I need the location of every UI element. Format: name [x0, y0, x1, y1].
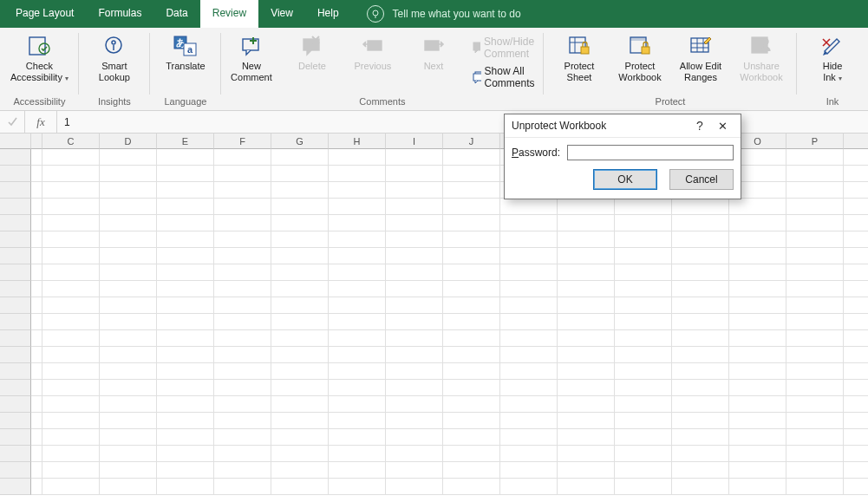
cell[interactable]	[786, 264, 844, 281]
cell[interactable]	[786, 149, 844, 166]
cell[interactable]	[729, 347, 786, 363]
cell[interactable]	[443, 231, 500, 248]
fx-button[interactable]: fx	[25, 111, 57, 133]
cell[interactable]	[329, 396, 386, 413]
row-header[interactable]	[0, 281, 31, 297]
cell[interactable]	[386, 199, 443, 215]
cell[interactable]	[42, 314, 100, 330]
cell[interactable]	[271, 446, 329, 462]
cell[interactable]	[672, 479, 729, 495]
cell[interactable]	[443, 479, 500, 495]
cell[interactable]	[100, 314, 157, 330]
cell[interactable]	[615, 314, 672, 330]
cell[interactable]	[615, 215, 672, 231]
cell[interactable]	[31, 199, 42, 215]
cell[interactable]	[729, 231, 786, 248]
cell[interactable]	[615, 396, 672, 413]
column-header[interactable]: F	[214, 134, 271, 149]
row-header[interactable]	[0, 297, 31, 314]
cell[interactable]	[329, 264, 386, 281]
cell[interactable]	[100, 413, 157, 429]
cell[interactable]	[42, 166, 100, 182]
cell[interactable]	[31, 347, 42, 363]
cell[interactable]	[100, 347, 157, 363]
cell[interactable]	[329, 347, 386, 363]
cell[interactable]	[786, 479, 844, 495]
cell[interactable]	[42, 380, 100, 396]
cell[interactable]	[31, 264, 42, 281]
row-header[interactable]	[0, 314, 31, 330]
row-header[interactable]	[0, 231, 31, 248]
column-header[interactable]: C	[42, 134, 100, 149]
cell[interactable]	[786, 330, 844, 347]
cell[interactable]	[100, 479, 157, 495]
cell[interactable]	[31, 314, 42, 330]
cell[interactable]	[42, 215, 100, 231]
cell[interactable]	[729, 363, 786, 380]
cell[interactable]	[100, 215, 157, 231]
cell[interactable]	[31, 166, 42, 182]
row-header[interactable]	[0, 149, 31, 166]
cell[interactable]	[386, 314, 443, 330]
cell[interactable]	[214, 199, 271, 215]
cell[interactable]	[786, 363, 844, 380]
cell[interactable]	[329, 182, 386, 199]
cell[interactable]	[214, 429, 271, 446]
cell[interactable]	[443, 182, 500, 199]
row-header[interactable]	[0, 199, 31, 215]
cell[interactable]	[100, 264, 157, 281]
cell[interactable]	[271, 231, 329, 248]
cell[interactable]	[558, 380, 615, 396]
cell[interactable]	[386, 429, 443, 446]
cell[interactable]	[500, 248, 558, 264]
cell[interactable]	[100, 446, 157, 462]
cell[interactable]	[42, 264, 100, 281]
cell[interactable]	[157, 314, 214, 330]
cell[interactable]	[271, 264, 329, 281]
new-comment-button[interactable]: New Comment	[221, 29, 282, 92]
cell[interactable]	[672, 363, 729, 380]
cell[interactable]	[844, 429, 868, 446]
cell[interactable]	[100, 248, 157, 264]
cell[interactable]	[500, 462, 558, 479]
cell[interactable]	[500, 363, 558, 380]
cell[interactable]	[844, 182, 868, 199]
cell[interactable]	[100, 396, 157, 413]
cell[interactable]	[214, 330, 271, 347]
cell[interactable]	[329, 462, 386, 479]
cell[interactable]	[386, 446, 443, 462]
cell[interactable]	[443, 166, 500, 182]
column-header[interactable]: J	[443, 134, 500, 149]
cell[interactable]	[672, 231, 729, 248]
cell[interactable]	[615, 231, 672, 248]
cell[interactable]	[157, 199, 214, 215]
next-comment-button[interactable]: Next	[403, 29, 464, 92]
cell[interactable]	[214, 314, 271, 330]
cell[interactable]	[100, 166, 157, 182]
cell[interactable]	[329, 231, 386, 248]
column-header-partial[interactable]	[31, 134, 42, 149]
cell[interactable]	[386, 215, 443, 231]
cell[interactable]	[615, 363, 672, 380]
cell[interactable]	[100, 231, 157, 248]
cell[interactable]	[786, 215, 844, 231]
row-header[interactable]	[0, 182, 31, 199]
cell[interactable]	[214, 380, 271, 396]
cell[interactable]	[844, 215, 868, 231]
cell[interactable]	[558, 347, 615, 363]
cell[interactable]	[31, 231, 42, 248]
cell[interactable]	[558, 396, 615, 413]
cell[interactable]	[271, 396, 329, 413]
cell[interactable]	[271, 149, 329, 166]
cell[interactable]	[558, 314, 615, 330]
cell[interactable]	[615, 462, 672, 479]
cell[interactable]	[729, 413, 786, 429]
cell[interactable]	[615, 330, 672, 347]
cell[interactable]	[386, 231, 443, 248]
cell[interactable]	[558, 199, 615, 215]
cell[interactable]	[31, 380, 42, 396]
cell[interactable]	[844, 231, 868, 248]
cell[interactable]	[615, 199, 672, 215]
cell[interactable]	[729, 396, 786, 413]
cell[interactable]	[42, 462, 100, 479]
